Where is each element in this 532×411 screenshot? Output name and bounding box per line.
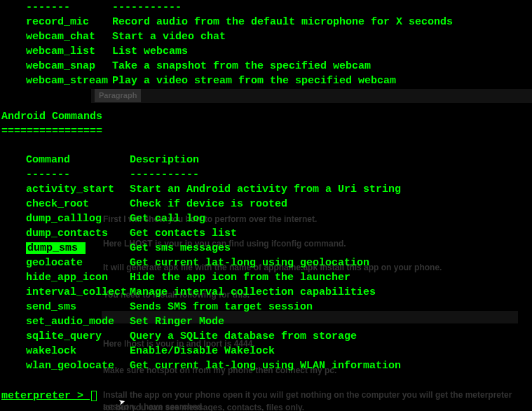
command-desc: Get current lat-long using WLAN informat… bbox=[130, 358, 401, 373]
command-desc: Get contacts list bbox=[130, 226, 401, 241]
command-name: wlan_geolocate bbox=[1, 358, 130, 373]
android-header-desc: Description bbox=[130, 153, 401, 167]
command-desc: Enable/Disable Wakelock bbox=[130, 344, 401, 358]
command-desc: Take a snapshot from the specified webca… bbox=[112, 59, 453, 74]
table-row: dump_sms Get sms messages bbox=[1, 241, 401, 256]
command-name: webcam_list bbox=[1, 44, 112, 59]
command-name: webcam_chat bbox=[1, 29, 112, 44]
command-name: set_audio_mode bbox=[1, 314, 130, 329]
cursor-icon bbox=[91, 391, 97, 401]
table-row: webcam_listList webcams bbox=[1, 44, 453, 59]
command-desc: Play a video stream from the specified w… bbox=[112, 74, 453, 88]
table-row: activity_startStart an Android activity … bbox=[1, 182, 401, 197]
command-name: activity_start bbox=[1, 182, 130, 197]
command-desc: List webcams bbox=[112, 44, 453, 59]
android-commands-table: Command Description ------- ----------- … bbox=[1, 153, 401, 373]
command-name: webcam_stream bbox=[1, 74, 112, 88]
command-name: dump_calllog bbox=[1, 211, 130, 226]
command-desc: Start a video chat bbox=[112, 29, 453, 44]
command-desc: Hide the app icon from the launcher bbox=[130, 270, 401, 285]
table-header-row: Command Description bbox=[1, 153, 401, 167]
prompt-arrow: > bbox=[71, 390, 90, 402]
command-desc: Manage interval collection capabilities bbox=[130, 285, 401, 300]
command-name: record_mic bbox=[1, 15, 112, 29]
command-name: dump_contacts bbox=[1, 226, 130, 241]
table-row: wakelockEnable/Disable Wakelock bbox=[1, 344, 401, 358]
command-name: send_sms bbox=[1, 300, 130, 314]
android-title: Android Commands bbox=[1, 109, 531, 124]
command-desc: Sends SMS from target session bbox=[130, 300, 401, 314]
table-row: hide_app_iconHide the app icon from the … bbox=[1, 270, 401, 285]
android-header-cmd: Command bbox=[1, 153, 130, 167]
table-row: wlan_geolocateGet current lat-long using… bbox=[1, 358, 401, 373]
command-name: sqlite_query bbox=[1, 329, 130, 344]
stdapi-commands-table: ------- ----------- record_micRecord aud… bbox=[1, 0, 453, 88]
table-row: dump_contactsGet contacts list bbox=[1, 226, 401, 241]
command-name: interval_collect bbox=[1, 285, 130, 300]
table-row: record_micRecord audio from the default … bbox=[1, 15, 453, 29]
table-row: sqlite_queryQuery a SQLite database from… bbox=[1, 329, 401, 344]
table-row: check_rootCheck if device is rooted bbox=[1, 197, 401, 211]
command-desc: Get call log bbox=[130, 211, 401, 226]
android-sep-desc: ----------- bbox=[130, 167, 401, 182]
table-separator-row: ------- ----------- bbox=[1, 167, 401, 182]
command-name: check_root bbox=[1, 197, 130, 211]
table-row: interval_collectManage interval collecti… bbox=[1, 285, 401, 300]
table-row: webcam_snapTake a snapshot from the spec… bbox=[1, 59, 453, 74]
table-row: webcam_streamPlay a video stream from th… bbox=[1, 74, 453, 88]
android-section-header: Android Commands ================ bbox=[1, 109, 531, 139]
highlighted-command: dump_sms bbox=[26, 242, 86, 254]
meterpreter-prompt[interactable]: meterpreter > bbox=[1, 389, 531, 403]
table-row: set_audio_modeSet Ringer Mode bbox=[1, 314, 401, 329]
terminal-output[interactable]: ------- ----------- record_micRecord aud… bbox=[0, 0, 532, 403]
prompt-text: meterpreter bbox=[1, 390, 71, 402]
command-desc: Get current lat-long using geolocation bbox=[130, 256, 401, 270]
table-row: webcam_chatStart a video chat bbox=[1, 29, 453, 44]
android-underline: ================ bbox=[1, 124, 531, 139]
command-name: geolocate bbox=[1, 256, 130, 270]
android-sep-cmd: ------- bbox=[1, 167, 130, 182]
table-row: send_smsSends SMS from target session bbox=[1, 300, 401, 314]
command-desc: Get sms messages bbox=[130, 241, 401, 256]
table-row: dump_calllogGet call log bbox=[1, 211, 401, 226]
command-name: dump_sms bbox=[1, 241, 130, 256]
command-desc: Query a SQLite database from storage bbox=[130, 329, 401, 344]
table-row: geolocateGet current lat-long using geol… bbox=[1, 256, 401, 270]
command-desc: Check if device is rooted bbox=[130, 197, 401, 211]
command-name: wakelock bbox=[1, 344, 130, 358]
table-separator-row: ------- ----------- bbox=[1, 0, 453, 15]
command-desc: Start an Android activity from a Uri str… bbox=[130, 182, 401, 197]
stdapi-sep1: ------- bbox=[1, 0, 112, 15]
stdapi-sep2: ----------- bbox=[112, 0, 453, 15]
command-name: webcam_snap bbox=[1, 59, 112, 74]
command-desc: Set Ringer Mode bbox=[130, 314, 401, 329]
command-name: hide_app_icon bbox=[1, 270, 130, 285]
command-desc: Record audio from the default microphone… bbox=[112, 15, 453, 29]
